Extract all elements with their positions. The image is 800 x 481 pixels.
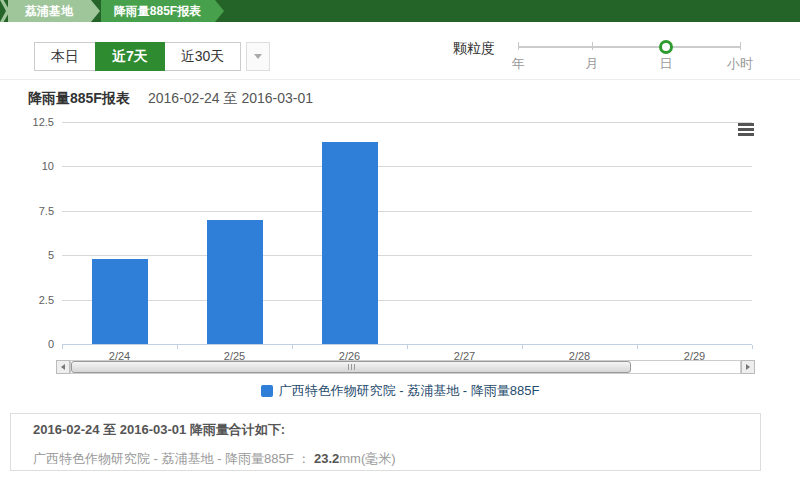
- scrollbar-track[interactable]: [70, 360, 741, 374]
- legend-label: 广西特色作物研究院 - 荔浦基地 - 降雨量885F: [279, 382, 540, 400]
- summary-row: 广西特色作物研究院 - 荔浦基地 - 降雨量885F ： 23.2mm(毫米): [33, 450, 396, 468]
- summary-header: 2016-02-24 至 2016-03-01 降雨量合计如下:: [33, 421, 285, 439]
- scrollbar-left-button[interactable]: [56, 360, 70, 374]
- caret-down-icon: [254, 54, 262, 59]
- slider-option-1[interactable]: 月: [586, 55, 599, 73]
- x-axis-tick: [752, 345, 753, 349]
- chart-export-menu-icon[interactable]: [738, 123, 754, 136]
- granularity-label: 颗粒度: [453, 40, 495, 58]
- page: 荔浦基地降雨量885F报表 本日近7天近30天 颗粒度 年月日小时 降雨量885…: [0, 0, 800, 481]
- gridline: [62, 300, 752, 301]
- summary-box: 2016-02-24 至 2016-03-01 降雨量合计如下: 广西特色作物研…: [10, 413, 761, 471]
- summary-value: 23.2: [314, 451, 339, 466]
- more-ranges-dropdown-button[interactable]: [246, 42, 270, 71]
- slider-stop-tick: [592, 42, 593, 50]
- y-axis-label: 10: [14, 160, 54, 172]
- gridline: [62, 122, 752, 123]
- chart-bar[interactable]: [92, 259, 148, 344]
- slider-option-2[interactable]: 日: [660, 55, 673, 73]
- x-axis-tick: [62, 345, 63, 349]
- y-axis-label: 7.5: [14, 205, 54, 217]
- x-axis-tick: [292, 345, 293, 349]
- slider-stop-tick: [518, 42, 519, 50]
- legend-swatch-icon: [261, 385, 273, 397]
- summary-row-label: 广西特色作物研究院 - 荔浦基地 - 降雨量885F ：: [33, 451, 314, 466]
- section-divider: [0, 79, 800, 80]
- y-axis-label: 12.5: [14, 116, 54, 128]
- breadcrumb: 荔浦基地降雨量885F报表: [0, 0, 800, 22]
- chart-title: 降雨量885F报表: [28, 90, 130, 108]
- slider-option-3[interactable]: 小时: [727, 55, 753, 73]
- x-axis-tick: [522, 345, 523, 349]
- y-axis-label: 2.5: [14, 294, 54, 306]
- triangle-right-icon: [746, 364, 750, 370]
- scrollbar-thumb[interactable]: [71, 361, 631, 373]
- date-range-tab-group: 本日近7天近30天: [34, 42, 270, 71]
- breadcrumb-item-1[interactable]: 降雨量885F报表: [101, 0, 224, 22]
- range-tab-0[interactable]: 本日: [34, 42, 96, 71]
- x-axis-tick: [637, 345, 638, 349]
- summary-unit: mm(毫米): [339, 451, 395, 466]
- x-axis-tick: [177, 345, 178, 349]
- triangle-left-icon: [61, 364, 65, 370]
- scrollbar-right-button[interactable]: [741, 360, 755, 374]
- legend-item[interactable]: 广西特色作物研究院 - 荔浦基地 - 降雨量885F: [0, 382, 800, 400]
- slider-option-0[interactable]: 年: [512, 55, 525, 73]
- chart-bar[interactable]: [207, 220, 263, 344]
- chart-bar[interactable]: [322, 142, 378, 344]
- y-axis-label: 5: [14, 249, 54, 261]
- slider-stop-tick: [740, 42, 741, 50]
- x-axis-tick: [407, 345, 408, 349]
- range-tab-2[interactable]: 近30天: [164, 42, 242, 71]
- chart-date-range: 2016-02-24 至 2016-03-01: [148, 90, 313, 108]
- range-tab-1[interactable]: 近7天: [95, 42, 165, 71]
- gridline: [62, 166, 752, 167]
- breadcrumb-item-0[interactable]: 荔浦基地: [8, 0, 100, 22]
- gridline: [62, 211, 752, 212]
- granularity-slider-track[interactable]: [518, 46, 740, 48]
- y-axis-label: 0: [14, 338, 54, 350]
- granularity-slider-handle[interactable]: [659, 40, 673, 54]
- gridline: [62, 255, 752, 256]
